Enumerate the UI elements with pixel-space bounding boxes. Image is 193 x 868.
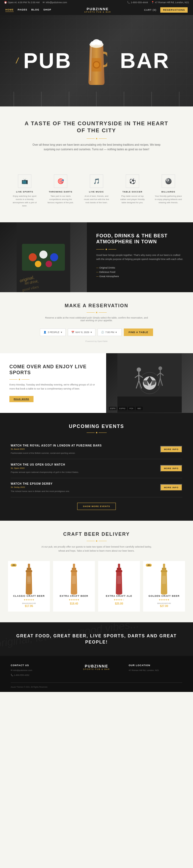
person-icon: 👤 <box>43 331 46 334</box>
svg-rect-38 <box>73 564 75 568</box>
food-content: FOOD, DRINKS & THE BEST ATMOSPHERE IN TO… <box>87 222 193 292</box>
people-select[interactable]: 👤 3 PEOPLE ▾ <box>40 329 66 336</box>
beer-name-2: EXTRA CRAFT ALE <box>101 595 137 597</box>
sports-divider-dot <box>19 379 20 380</box>
svg-rect-48 <box>162 576 166 584</box>
email-icon: ✉ <box>43 1 45 4</box>
hero-text: PUB BAR <box>0 49 193 73</box>
svg-rect-36 <box>27 577 31 582</box>
beer-badge-3: -8% <box>146 564 152 567</box>
event-meta-2: St. Derby 2022 <box>11 486 156 489</box>
read-more-button[interactable]: READ MORE <box>9 396 34 402</box>
darts-icon: 🎯 <box>54 175 67 188</box>
beer-divider-dot <box>96 540 97 542</box>
logo-name: PUBZINNE <box>84 7 111 11</box>
sports-img-inner <box>106 353 193 413</box>
phone-contact[interactable]: 📞 1-800-555-4444 <box>127 1 148 4</box>
beer-divider-l <box>87 541 94 541</box>
events-section: UPCOMING EVENTS WATCH THE ROYAL ASCOT IN… <box>0 413 193 521</box>
event-more-button-2[interactable]: MORE INFO <box>160 484 182 491</box>
cart-button[interactable]: CART (0) <box>144 9 157 11</box>
beer-price-0: $17.95 <box>11 604 47 608</box>
beer-badge-0: -5% <box>11 564 16 567</box>
intro-title: A TASTE OF THE COUNTRYSIDE IN THE HEART … <box>22 120 171 134</box>
reservation-section: MAKE A RESERVATION Reserve a table at th… <box>0 292 193 353</box>
site-logo[interactable]: PUBZINNE SPORTS PUB & BAR <box>84 7 111 13</box>
address-info: 📍 47 Roman Hill Rd, London, N21 <box>151 1 189 4</box>
svg-point-26 <box>158 366 162 370</box>
nav-shop[interactable]: SHOP <box>43 8 51 12</box>
time-select[interactable]: 🕖 7:00 PM ▾ <box>98 329 122 336</box>
top-bar-right: 📞 1-800-555-4444 📍 47 Roman Hill Rd, Lon… <box>127 1 189 4</box>
footer-email-icon: ✉ <box>11 669 12 672</box>
clock-res-icon: 🕖 <box>101 331 104 334</box>
food-decor-svg: original, let drink, good vibes <box>16 222 70 292</box>
nav-home[interactable]: HOME <box>5 8 14 12</box>
res-divider-line-r <box>99 312 107 313</box>
espn2-logo: ESPN2 <box>118 407 127 410</box>
billiards-icon: 🎱 <box>162 175 175 188</box>
footer-address-title: OUR LOCATION <box>129 664 182 666</box>
dropdown-arrow-icon: ▾ <box>61 331 62 334</box>
event-meta-1: St. Open 2022 <box>11 467 156 469</box>
beer-old-price-3: $80.00 $27.00 <box>146 602 182 604</box>
beer-stars-1: ★★★★★ <box>56 598 92 601</box>
nav-pages[interactable]: PAGES <box>18 8 27 12</box>
res-divider-dot <box>96 312 97 313</box>
event-more-button-1[interactable]: MORE INFO <box>160 465 182 472</box>
footer: CONTACT US ✉ info@pubzinne.com 📞 1-800-5… <box>0 656 193 692</box>
divider-dot <box>96 138 97 139</box>
events-title: UPCOMING EVENTS <box>11 424 182 429</box>
nav-right: CART (0) RESERVATIONS <box>144 7 188 12</box>
find-table-button[interactable]: FIND A TABLE <box>124 329 153 336</box>
footer-phone-icon: 📞 <box>11 674 13 676</box>
clock-icon: ⏰ <box>4 1 7 4</box>
top-bar: ⏰ Open At: 4:00 PM To 2:00 AM ✉ info@pub… <box>0 0 193 5</box>
beer-card-1[interactable]: EXTRA CRAFT BEER ★★★★★ $18.40 <box>53 561 95 612</box>
event-more-button-0[interactable]: MORE INFO <box>160 446 182 453</box>
people-value: 3 PEOPLE <box>48 331 60 334</box>
footer-phone[interactable]: 📞 1-800-555-4262 <box>11 674 64 677</box>
sports-decor-svg <box>117 353 182 413</box>
footer-logo-sub: SPORTS PUB & BAR <box>70 668 123 670</box>
live-sports-icon: 📺 <box>18 175 31 188</box>
food-divider <box>96 249 184 250</box>
main-nav: HOME PAGES BLOG SHOP PUBZINNE SPORTS PUB… <box>0 5 193 15</box>
feature-soccer: ⚽ TABLE SOCCER Play table soccer at top … <box>116 170 149 212</box>
svg-rect-32 <box>117 397 182 413</box>
show-more-events-button[interactable]: SHOW MORE EVENTS <box>77 503 116 510</box>
beer-old-price-0: $34.00 $17.95 <box>11 602 47 604</box>
svg-point-12 <box>35 261 41 267</box>
events-divider-dot <box>96 432 97 433</box>
beer-price-3: $27.00 <box>146 604 182 608</box>
svg-rect-33 <box>28 564 30 568</box>
svg-point-13 <box>46 261 52 267</box>
food-image: original, let drink, good vibes <box>0 222 87 292</box>
beer-bottle-1 <box>56 565 92 595</box>
beer-bottle-0 <box>11 565 47 595</box>
beer-card-2[interactable]: EXTRA CRAFT ALE ★★★★☆ $25.00 <box>98 561 140 612</box>
res-divider-line-l <box>87 312 94 313</box>
sports-content: COME OVER AND ENJOY LIVE SPORTS Every Mo… <box>0 353 106 413</box>
beer-stars-0: ★★★★★ <box>11 598 47 601</box>
sports-title: COME OVER AND ENJOY LIVE SPORTS <box>9 364 97 375</box>
email-contact[interactable]: ✉ info@pubzinne.com <box>43 1 67 4</box>
food-list: Original Drinks Delicious Food Great Atm… <box>96 266 184 278</box>
footer-email[interactable]: ✉ info@pubzinne.com <box>11 669 64 672</box>
hero-slash: / <box>16 56 18 65</box>
beer-card-3[interactable]: -8% GOLDEN CRAFT BEER ★★★★★ $80.00 $27.0… <box>143 561 185 612</box>
quote-banner: original, let drink, good vibes... GREAT… <box>0 622 193 656</box>
date-arrow-icon: ▾ <box>90 331 92 334</box>
footer-address: OUR LOCATION 47 Roman Hill Rd, London, N… <box>129 664 182 677</box>
hero-title-bar: BAR <box>120 49 170 73</box>
svg-rect-43 <box>117 568 121 570</box>
reservations-button[interactable]: RESERVATIONS <box>160 7 188 12</box>
feature-title-4: BILLIARDS <box>154 191 183 193</box>
reservation-form: 👤 3 PEOPLE ▾ 📅 MAY 8, 2029 ▾ 🕖 7:00 PM ▾… <box>16 329 177 336</box>
date-select[interactable]: 📅 MAY 8, 2029 ▾ <box>68 329 95 336</box>
nav-blog[interactable]: BLOG <box>31 8 39 12</box>
beer-stars-3: ★★★★★ <box>146 598 182 601</box>
svg-point-9 <box>29 253 37 261</box>
beer-card-0[interactable]: -5% CLASSIC CRAFT BEER ★★★★★ $34.00 $17.… <box>8 561 50 612</box>
event-title-2: WATCH THE EPSOM DERBY <box>11 482 156 485</box>
